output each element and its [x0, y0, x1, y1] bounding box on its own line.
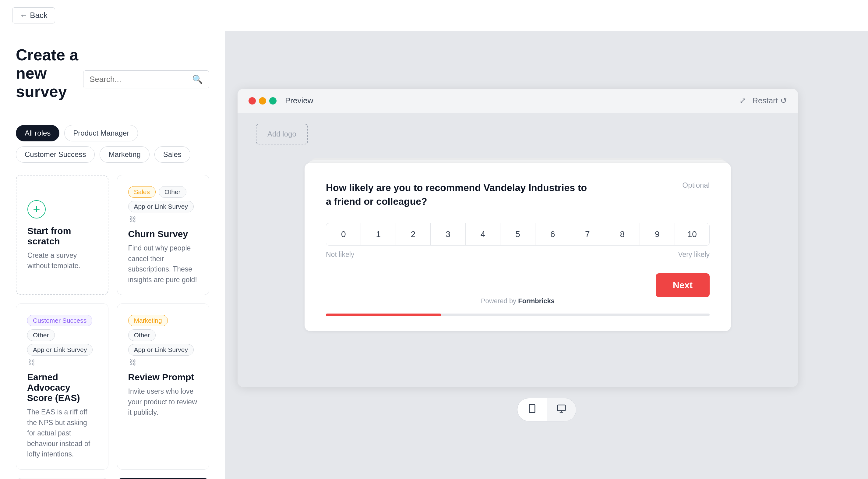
link-icon-eas: ⛓: [28, 359, 35, 366]
tag-sales-churn: Sales: [128, 186, 156, 198]
templates-grid: + Start from scratch Create a survey wit…: [16, 175, 209, 479]
right-panel: Preview ⤢ Restart ↺ Add logo: [225, 31, 868, 479]
survey-question-row: How likely are you to recommend Vandelay…: [326, 181, 710, 208]
preview-label: Preview: [285, 96, 313, 106]
card-desc-churn: Find out why people cancel their subscri…: [128, 243, 198, 285]
nps-numbers: 0 1 2 3 4 5 6 7 8 9 10: [326, 223, 710, 246]
main-content: Create a new survey 🔍 All roles Product …: [0, 31, 868, 479]
preview-window: Preview ⤢ Restart ↺ Add logo: [238, 89, 798, 387]
progress-bar: [326, 313, 710, 316]
restart-icon: ↺: [780, 96, 787, 106]
expand-button[interactable]: ⤢: [740, 96, 746, 106]
next-button[interactable]: Next: [656, 273, 710, 297]
card-strengths[interactable]: Product Manager Other App or Link Survey…: [16, 478, 108, 479]
nps-labels: Not likely Very likely: [326, 250, 710, 259]
not-likely-label: Not likely: [326, 250, 354, 259]
nps-5[interactable]: 5: [500, 223, 535, 245]
card-title-scratch: Start from scratch: [27, 226, 97, 246]
tag-row-churn: Sales Other App or Link Survey ⛓: [128, 186, 198, 223]
powered-by-prefix: Powered by: [481, 297, 518, 305]
add-logo-button[interactable]: Add logo: [256, 124, 308, 144]
filter-row: All roles Product Manager Customer Succe…: [16, 125, 209, 163]
nps-9[interactable]: 9: [640, 223, 675, 245]
preview-titlebar: Preview ⤢ Restart ↺: [238, 89, 798, 113]
tl-red: [249, 97, 256, 104]
nps-2[interactable]: 2: [396, 223, 431, 245]
link-icon-churn: ⛓: [129, 215, 136, 223]
mobile-device-button[interactable]: [518, 398, 547, 421]
nps-4[interactable]: 4: [466, 223, 500, 245]
tag-other-eas: Other: [27, 329, 55, 341]
device-toggle-bar: [238, 398, 856, 421]
header-area: Create a new survey 🔍: [16, 46, 209, 113]
preview-body: Add logo How likely are you to recommend…: [238, 113, 798, 387]
powered-by-brand: Formbricks: [518, 297, 555, 305]
restart-button[interactable]: Restart ↺: [752, 96, 787, 106]
card-desc-eas: The EAS is a riff off the NPS but asking…: [27, 407, 97, 459]
search-icon: 🔍: [192, 74, 203, 84]
survey-optional-label: Optional: [683, 181, 710, 189]
survey-question: How likely are you to recommend Vandelay…: [326, 181, 594, 208]
filter-marketing[interactable]: Marketing: [100, 146, 149, 163]
powered-by: Powered by Formbricks: [326, 297, 710, 305]
tag-applink-churn: App or Link Survey: [128, 201, 194, 212]
card-churn[interactable]: Sales Other App or Link Survey ⛓ Churn S…: [117, 175, 210, 295]
back-button[interactable]: ← Back: [12, 7, 55, 24]
filter-all-roles[interactable]: All roles: [16, 125, 59, 141]
card-title-eas: Earned Advocacy Score (EAS): [27, 372, 97, 403]
nps-3[interactable]: 3: [431, 223, 465, 245]
page-title: Create a new survey: [16, 46, 83, 100]
tl-yellow: [259, 97, 266, 104]
progress-fill: [326, 313, 441, 316]
card-nps[interactable]: Customer Success Other All Channels Net …: [117, 478, 210, 479]
preview-actions: ⤢ Restart ↺: [740, 96, 787, 106]
search-input[interactable]: [90, 74, 188, 84]
survey-card-stack: How likely are you to recommend Vandelay…: [305, 163, 731, 331]
card-title-churn: Churn Survey: [128, 229, 198, 239]
desktop-device-button[interactable]: [547, 398, 576, 421]
tag-other-review: Other: [128, 329, 156, 341]
card-review[interactable]: Marketing Other App or Link Survey ⛓ Rev…: [117, 303, 210, 470]
left-panel: Create a new survey 🔍 All roles Product …: [0, 31, 225, 479]
restart-label: Restart: [752, 96, 778, 106]
filter-product-manager[interactable]: Product Manager: [64, 125, 138, 141]
tag-row-review: Marketing Other App or Link Survey ⛓: [128, 315, 198, 366]
plus-icon: +: [27, 200, 46, 218]
card-desc-review: Invite users who love your product to re…: [128, 386, 198, 418]
card-scratch[interactable]: + Start from scratch Create a survey wit…: [16, 175, 108, 295]
nps-8[interactable]: 8: [605, 223, 640, 245]
tl-green: [269, 97, 277, 104]
tag-applink-review: App or Link Survey: [128, 344, 194, 356]
nps-6[interactable]: 6: [535, 223, 570, 245]
tag-applink-eas: App or Link Survey: [27, 344, 93, 356]
device-toggle: [517, 398, 576, 421]
tag-row-eas: Customer Success Other App or Link Surve…: [27, 315, 97, 366]
filter-customer-success[interactable]: Customer Success: [16, 146, 95, 163]
link-icon-review: ⛓: [129, 359, 136, 366]
card-eas[interactable]: Customer Success Other App or Link Surve…: [16, 303, 108, 470]
tag-other-churn: Other: [159, 186, 186, 198]
card-title-review: Review Prompt: [128, 372, 198, 382]
nps-7[interactable]: 7: [570, 223, 605, 245]
svg-rect-0: [529, 405, 535, 413]
search-wrap: 🔍: [83, 70, 209, 88]
expand-icon: ⤢: [740, 96, 746, 106]
traffic-lights: [249, 97, 277, 104]
nps-1[interactable]: 1: [361, 223, 396, 245]
tag-marketing-review: Marketing: [128, 315, 168, 326]
tag-customer-eas: Customer Success: [27, 315, 92, 326]
card-desc-scratch: Create a survey without template.: [27, 250, 97, 271]
desktop-icon: [556, 404, 566, 416]
survey-card-front: How likely are you to recommend Vandelay…: [305, 163, 731, 331]
mobile-icon: [527, 404, 537, 416]
very-likely-label: Very likely: [678, 250, 710, 259]
filter-sales[interactable]: Sales: [154, 146, 190, 163]
app-container: ← Back Create a new survey 🔍 All roles P…: [0, 0, 868, 479]
top-bar: ← Back: [0, 0, 868, 31]
nps-10[interactable]: 10: [675, 223, 709, 245]
svg-rect-2: [557, 405, 565, 411]
nps-0[interactable]: 0: [326, 223, 361, 245]
